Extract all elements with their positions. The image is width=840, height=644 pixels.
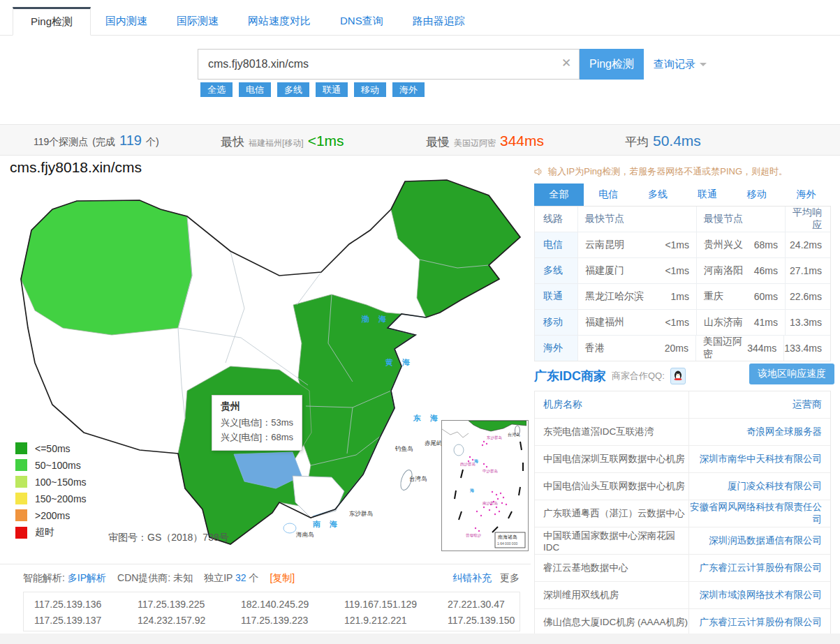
result-line-tabs: 全部 电信 多线 联通 移动 海外: [534, 184, 831, 207]
top-tab[interactable]: 国内测速: [91, 7, 162, 35]
query-history-label: 查询记录: [654, 58, 695, 71]
idc-vendor-link[interactable]: 奇浪网全球服务器: [689, 426, 830, 438]
ping-test-page: Ping检测 国内测速 国际测速 网站速度对比 DNS查询 路由器追踪 ✕ Pi…: [0, 0, 840, 644]
result-line[interactable]: 移动: [535, 310, 578, 335]
col-slowest: 最慢节点: [704, 213, 743, 225]
legend-label: 超时: [35, 526, 54, 539]
nine-dash-line: [455, 442, 523, 532]
host-input[interactable]: [198, 49, 580, 80]
idc-room-name: 睿江云基地数据中心: [535, 555, 689, 581]
line-filter-button[interactable]: 移动: [354, 82, 386, 97]
idc-vendor-link[interactable]: 厦门凌众科技有限公司: [689, 480, 830, 493]
latency-legend: <=50ms 50~100ms 100~150ms 150~200ms >200…: [15, 442, 87, 539]
slowest-node-value: 60ms: [754, 291, 778, 302]
svg-text:南沙群岛: 南沙群岛: [482, 501, 498, 506]
query-history-dropdown[interactable]: 查询记录: [654, 58, 707, 71]
result-line[interactable]: 联通: [535, 284, 578, 309]
svg-text:海: 海: [469, 488, 474, 493]
average-value: 50.4ms: [653, 125, 701, 156]
svg-text:东沙群岛: 东沙群岛: [486, 435, 502, 440]
top-tab[interactable]: 路由器追踪: [398, 7, 480, 35]
result-line[interactable]: 海外: [535, 336, 578, 361]
probe-done-pre: (完成: [92, 126, 115, 158]
top-tab[interactable]: DNS查询: [325, 7, 398, 35]
slowest-node-name: 河南洛阳: [704, 264, 743, 277]
result-line-tab[interactable]: 海外: [781, 184, 831, 206]
col-room-name: 机房名称: [535, 391, 689, 418]
top-tab[interactable]: 网站速度对比: [233, 7, 325, 35]
top-tab[interactable]: 国际测速: [162, 7, 233, 35]
result-line-tab[interactable]: 电信: [584, 184, 633, 206]
legend-label: >200ms: [35, 510, 70, 521]
ip-address: 117.25.139.223: [241, 615, 344, 626]
line-filter-button[interactable]: 海外: [392, 82, 425, 97]
legend-swatch: [15, 527, 27, 539]
result-line-tab[interactable]: 移动: [732, 184, 781, 206]
sea-label-donghai: 东 海: [413, 413, 441, 424]
ip-notice: 输入IP为Ping检测，若服务器网络不通或禁PING，则超时。: [534, 165, 834, 178]
line-filter-button[interactable]: 电信: [239, 82, 271, 97]
idc-vendor-link[interactable]: 广东睿江云计算股份有限公司: [689, 616, 830, 629]
province-xinjiang[interactable]: [21, 200, 192, 335]
slowest-node-name: 重庆: [704, 290, 723, 303]
ip-list-box: 117.25.139.136 117.25.139.225 182.140.24…: [23, 592, 520, 631]
probe-count-label: 119个探测点: [34, 126, 88, 158]
slowest-node: 美国迈阿密: [454, 128, 496, 159]
inset-scale: 1:64 000 000: [497, 541, 517, 546]
slowest-label: 最慢: [426, 126, 450, 158]
probe-done-suf: 个): [146, 126, 159, 158]
map-license: 审图号：GS（2018）738号: [108, 532, 229, 544]
idc-vendor-link[interactable]: 安徽省网风网络科技有限责任公司: [689, 501, 830, 526]
inset-title: 南海诸岛: [498, 534, 517, 540]
island-hainan[interactable]: [283, 523, 296, 533]
multi-ip-link[interactable]: 多IP解析: [68, 572, 106, 583]
idc-vendor-link[interactable]: 深圳市域浪网络技术有限公司: [689, 589, 830, 601]
ping-submit-button[interactable]: Ping检测: [580, 49, 644, 80]
idc-vendor-link[interactable]: 广东睿江云计算股份有限公司: [689, 562, 830, 574]
average-response: 22.6ms: [786, 291, 830, 302]
average-label: 平均: [625, 126, 649, 158]
tooltip-line: 兴义[电信]：53ms: [221, 415, 293, 430]
result-line[interactable]: 电信: [535, 232, 578, 257]
result-line-tab[interactable]: 多线: [633, 184, 683, 206]
ip-address: 124.232.157.92: [138, 615, 241, 626]
tooltip-line: 兴义[电信]：68ms: [221, 430, 293, 444]
idc-vendor-link[interactable]: 深圳市南华中天科技有限公司: [689, 453, 830, 465]
line-filter-button[interactable]: 多线: [277, 82, 309, 97]
feedback-link[interactable]: 纠错补充: [452, 572, 492, 585]
ip-address: 119.167.151.129: [344, 599, 448, 610]
result-line[interactable]: 多线: [535, 258, 578, 283]
idc-row: 广东联通粤西（湛江）云数据中心 安徽省网风网络科技有限责任公司: [535, 500, 830, 527]
result-line-tab[interactable]: 全部: [534, 184, 584, 206]
copy-ips-link[interactable]: [复制]: [270, 572, 295, 585]
province-tooltip: 贵州 兴义[电信]：53ms 兴义[电信]：68ms: [212, 395, 302, 451]
idc-table: 机房名称 运营商 东莞电信道滘IDC互联港湾 奇浪网全球服务器 中国电信深圳互联…: [534, 391, 831, 636]
probe-done-number: 119: [119, 125, 142, 156]
summary-bar: 119个探测点 (完成119个) 最快 福建福州[移动] <1ms 最慢 美国迈…: [0, 124, 840, 156]
more-link[interactable]: 更多: [500, 572, 520, 585]
idc-row: 佛山信息大厦IDC机房 (AAAA机房) 广东睿江云计算股份有限公司: [535, 608, 830, 636]
fastest-node-value: <1ms: [665, 317, 689, 328]
fastest-node-name: 云南昆明: [585, 239, 624, 251]
slowest-node-name: 山东济南: [704, 316, 743, 329]
clear-input-icon[interactable]: ✕: [559, 56, 574, 70]
ip-address: 117.25.139.136: [34, 599, 138, 610]
svg-text:西沙群岛: 西沙群岛: [460, 462, 476, 467]
ip-unit: 个: [249, 572, 258, 583]
region-speed-button[interactable]: 该地区响应速度: [749, 364, 834, 384]
speaker-icon: [534, 167, 544, 177]
island-label-diaoyudao: 钓鱼岛: [395, 445, 413, 454]
line-filter-button[interactable]: 全选: [200, 82, 233, 97]
average-response: 24.2ms: [786, 239, 830, 250]
slowest-node-name: 美国迈阿密: [703, 336, 747, 361]
qq-icon[interactable]: [670, 368, 686, 384]
result-line-tab[interactable]: 联通: [682, 184, 732, 206]
fastest-node-name: 香港: [585, 342, 605, 354]
sea-label-huanghai: 黄 海: [385, 357, 413, 368]
line-filter-button[interactable]: 联通: [316, 82, 348, 97]
idc-row: 睿江云基地数据中心 广东睿江云计算股份有限公司: [535, 554, 830, 581]
fastest-node-name: 福建厦门: [585, 264, 624, 277]
top-tab[interactable]: Ping检测: [13, 7, 91, 36]
idc-vendor-link[interactable]: 深圳润迅数据通信有限公司: [689, 534, 830, 547]
result-row: 电信 云南昆明 <1ms 贵州兴义 68ms 24.2ms: [535, 232, 830, 257]
